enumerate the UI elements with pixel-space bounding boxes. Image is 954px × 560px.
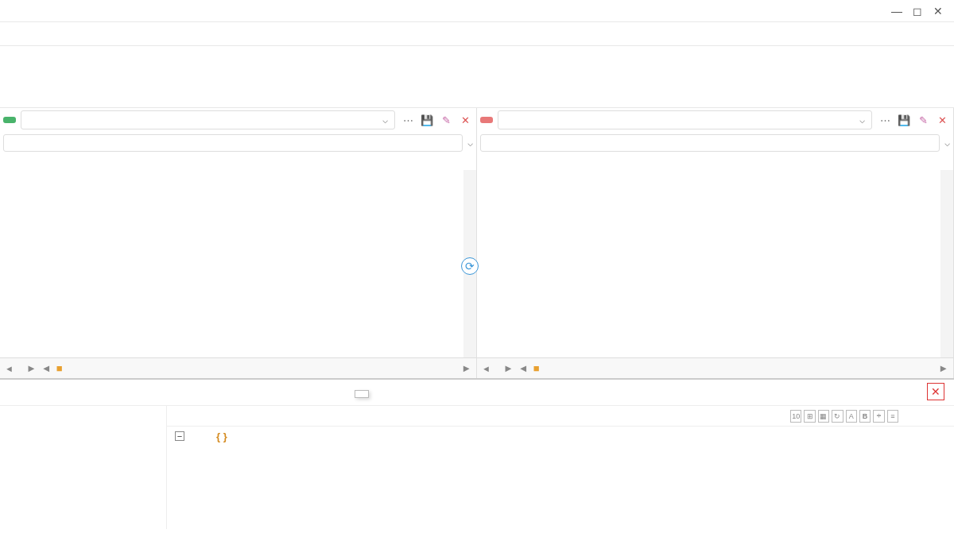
fx-icon[interactable]: ⌵ (467, 137, 473, 149)
diff-group-row[interactable]: − { } (167, 427, 954, 446)
tool-icon[interactable]: A (846, 410, 857, 423)
sheet-next[interactable]: ► (26, 362, 37, 374)
close-panel-button[interactable]: ✕ (927, 383, 944, 400)
remove-icon[interactable]: ✕ (934, 112, 950, 128)
edit-icon[interactable]: ✎ (438, 112, 454, 128)
scrollbar-vertical[interactable] (940, 170, 953, 357)
file2-badge (480, 117, 493, 123)
chevron-down-icon[interactable]: ⌵ (382, 114, 388, 126)
tool-icon[interactable]: ▦ (818, 410, 829, 423)
file1-badge (3, 117, 16, 123)
tool-icon[interactable]: B (859, 410, 871, 423)
hscroll-right[interactable]: ► (938, 362, 948, 374)
cell-tooltip (355, 390, 369, 398)
tool-icon[interactable]: ≡ (887, 410, 898, 423)
more-icon[interactable]: ⋯ (877, 112, 893, 128)
remove-icon[interactable]: ✕ (457, 112, 473, 128)
tool-icon[interactable]: ⫩ (873, 410, 884, 423)
file1-path-input[interactable]: ⌵ (21, 110, 395, 129)
file2-path-input[interactable]: ⌵ (498, 110, 872, 129)
hscroll-right[interactable]: ► (461, 362, 471, 374)
close-button[interactable]: ✕ (930, 3, 946, 19)
save-icon[interactable]: 💾 (896, 112, 912, 128)
sheet-next[interactable]: ► (503, 362, 514, 374)
minimize-button[interactable]: — (889, 3, 905, 19)
chevron-down-icon[interactable]: ⌵ (859, 114, 865, 126)
tool-icon[interactable]: ⊞ (804, 410, 815, 423)
save-icon[interactable]: 💾 (419, 112, 435, 128)
tool-icon[interactable]: 10 (790, 410, 801, 423)
more-icon[interactable]: ⋯ (400, 112, 416, 128)
sheet-prev[interactable]: ◄ (482, 364, 491, 373)
file1-formula-input[interactable] (3, 134, 463, 152)
group-icon: { } (216, 431, 227, 442)
sheet-prev[interactable]: ◄ (5, 364, 14, 373)
hscroll-left[interactable]: ◄ (41, 362, 52, 374)
fx-icon[interactable]: ⌵ (944, 137, 950, 149)
maximize-button[interactable]: ◻ (909, 3, 925, 19)
collapse-icon[interactable]: − (175, 431, 184, 441)
edit-icon[interactable]: ✎ (915, 112, 931, 128)
hscroll-left[interactable]: ◄ (518, 362, 529, 374)
sync-scroll-button[interactable]: ⟳ (461, 257, 479, 275)
tool-icon[interactable]: ↻ (832, 410, 843, 423)
file2-formula-input[interactable] (480, 134, 940, 152)
